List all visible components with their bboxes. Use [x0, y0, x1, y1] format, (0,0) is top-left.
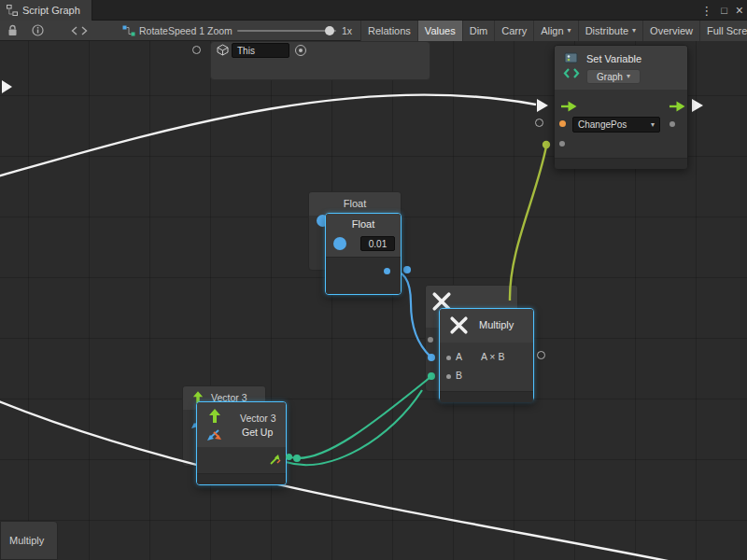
zoom-slider-knob[interactable]	[325, 26, 334, 35]
flow-edge-arrow	[2, 80, 12, 93]
script-graph-icon	[7, 5, 18, 16]
float-output-port[interactable]	[384, 268, 390, 274]
node-multiply[interactable]: Multiply A A × B B	[439, 308, 534, 401]
node-float[interactable]: Float 0.01	[325, 213, 402, 295]
setvariable-open-port[interactable]	[535, 119, 543, 127]
vector3-output-port[interactable]	[286, 454, 292, 460]
zoom-value: 1x	[342, 25, 352, 36]
lock-icon[interactable]	[7, 24, 18, 38]
graph-canvas[interactable]: Float Vector 3	[0, 0, 747, 560]
node-title: Float	[326, 218, 401, 230]
port-a-label: A	[456, 351, 462, 362]
this-input-port[interactable]	[192, 46, 201, 54]
this-label: This	[237, 46, 255, 56]
tab-script-graph[interactable]: Script Graph	[0, 0, 92, 21]
node-vector3-get-up[interactable]: Vector 3 Get Up	[196, 401, 287, 485]
flow-in-arrow	[537, 99, 548, 112]
this-output-port[interactable]	[295, 45, 306, 56]
chevron-down-icon: ▾	[632, 27, 636, 35]
multiply-output-port[interactable]	[537, 351, 545, 359]
node-this[interactable]: This	[215, 42, 313, 61]
menu-icon[interactable]: ⋮	[700, 5, 712, 17]
overview-button[interactable]: Overview	[642, 21, 699, 41]
vector-wire-to-multiply-b[interactable]	[286, 337, 435, 465]
node-multiply-partial[interactable]: Multiply	[0, 521, 58, 560]
close-icon[interactable]: ×	[736, 4, 743, 17]
chevron-down-icon: ▾	[568, 27, 571, 35]
cube-icon	[217, 44, 229, 56]
align-button[interactable]: Align▾	[533, 21, 577, 41]
node-footer	[440, 391, 533, 402]
up-arrow-icon	[208, 409, 221, 424]
code-icon[interactable]	[71, 26, 88, 37]
graph-toolbar: RotateSpeed 1 Zoom 1x Relations Values D…	[0, 21, 747, 41]
port-a-dot[interactable]	[446, 356, 451, 360]
flow-out-arrow-icon[interactable]	[669, 101, 685, 112]
window-controls: ⋮ □ ×	[700, 0, 743, 21]
distribute-button[interactable]: Distribute▾	[578, 21, 642, 41]
set-variable-icon	[562, 52, 581, 80]
info-icon[interactable]	[32, 24, 44, 38]
diagonal-arrows-icon	[204, 427, 223, 443]
zoom-label: Zoom	[207, 25, 233, 36]
port-b-label: B	[456, 370, 462, 381]
carry-button[interactable]: Carry	[494, 21, 533, 41]
variable-value-port[interactable]	[559, 120, 566, 127]
node-title: Vector 3	[240, 413, 276, 424]
flow-out-arrow	[692, 99, 703, 112]
node-subtitle: Get Up	[242, 427, 273, 438]
float-input-port[interactable]	[333, 237, 346, 250]
value-wire-multiply-to-setvariable[interactable]	[510, 141, 550, 301]
node-title: Float	[309, 198, 401, 209]
this-target-field[interactable]: This	[232, 43, 289, 58]
float-value-field[interactable]: 0.01	[360, 236, 395, 251]
node-footer	[197, 473, 286, 484]
vector-result-icon	[268, 454, 282, 466]
node-set-variable[interactable]: Set Variable Graph ▾ ChangePos ▾	[554, 45, 688, 168]
maximize-icon[interactable]: □	[721, 6, 727, 16]
chevron-down-icon: ▾	[651, 121, 655, 129]
variable-name-dropdown[interactable]: ChangePos ▾	[572, 117, 660, 133]
unity-visual-scripting-window: Float Vector 3	[0, 0, 747, 560]
port-b-dot[interactable]	[446, 374, 451, 379]
script-machine-icon	[122, 25, 135, 38]
variable-out-port[interactable]	[669, 121, 675, 127]
flow-wire-bottom[interactable]	[0, 399, 682, 560]
zoom-slider[interactable]	[237, 21, 336, 40]
macro-breadcrumb[interactable]: RotateSpeed 1	[139, 25, 204, 36]
node-title: Multiply	[9, 535, 44, 546]
zoom-slider-track[interactable]	[237, 30, 336, 32]
multiply-x-icon	[449, 315, 469, 335]
node-title: Set Variable	[586, 53, 641, 64]
fallback-port[interactable]	[559, 141, 565, 147]
node-footer	[555, 158, 687, 169]
relations-button[interactable]: Relations	[360, 21, 417, 41]
variable-scope-dropdown[interactable]: Graph ▾	[586, 69, 641, 84]
dim-button[interactable]: Dim	[462, 21, 495, 41]
node-title: Multiply	[479, 319, 514, 330]
chevron-down-icon: ▾	[627, 73, 630, 80]
window-tab-bar: Script Graph ⋮ □ ×	[0, 0, 747, 21]
tab-title: Script Graph	[22, 5, 80, 16]
full-screen-button[interactable]: Full Screen	[699, 21, 747, 41]
toolbar-buttons: Relations Values Dim Carry Align▾ Distri…	[360, 21, 747, 41]
flow-in-arrow-icon[interactable]	[561, 101, 577, 112]
result-label: A × B	[481, 351, 504, 362]
values-button[interactable]: Values	[417, 21, 462, 41]
